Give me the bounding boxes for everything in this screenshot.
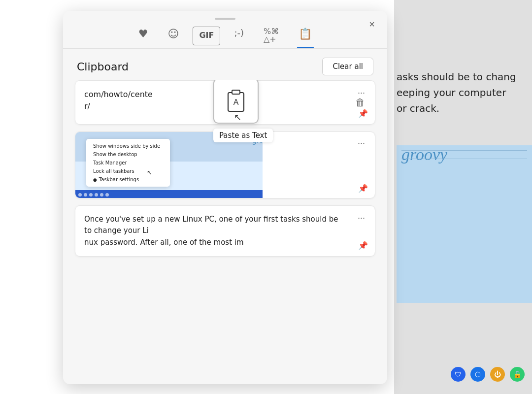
bg-groovy-box: groovy (397, 145, 532, 303)
tab-kaomoji2[interactable]: ;-) (228, 25, 250, 48)
clipboard-text-content: Once you've set up a new Linux PC, one o… (84, 214, 366, 248)
clipboard-a-icon: A (225, 89, 247, 113)
clear-all-button[interactable]: Clear all (322, 58, 373, 75)
usb-icon: ⏻ (490, 367, 505, 382)
cursor: ↖ (234, 113, 241, 122)
bluetooth-icon: ⬡ (470, 367, 485, 382)
tab-kaomoji[interactable]: ♥ (133, 25, 154, 48)
screenshot-pin-button[interactable]: 📌 (358, 184, 368, 193)
bg-groovy-lines (401, 150, 527, 167)
shield-icon: 🛡 (451, 367, 466, 382)
paste-as-text-popup: A ↖ Paste as Text (213, 80, 273, 142)
drag-handle[interactable] (63, 11, 387, 23)
clipboard-item-text[interactable]: Once you've set up a new Linux PC, one o… (75, 205, 375, 257)
close-button[interactable]: × (365, 17, 379, 32)
bg-article-text: asks should be to chang eeping your comp… (397, 69, 532, 116)
url-delete-button[interactable]: 🗑 (352, 96, 368, 109)
tab-bar: ♥ ☺ GIF ;-) %⌘△+ 📋 (63, 23, 387, 49)
clipboard-header: Clipboard Clear all (63, 49, 387, 80)
text-pin-button[interactable]: 📌 (358, 241, 368, 250)
tab-clipboard[interactable]: 📋 (293, 25, 318, 48)
clipboard-panel: × ♥ ☺ GIF ;-) %⌘△+ 📋 Clipboard Clear all (63, 11, 387, 384)
clipboard-items: com/howto/center/ ··· 📌 A ↖ (63, 80, 387, 384)
tab-gif[interactable]: GIF (193, 27, 220, 45)
url-pin-button[interactable]: 📌 (358, 109, 368, 118)
paste-as-text-label: Paste as Text (213, 129, 273, 142)
svg-text:A: A (233, 98, 239, 106)
tab-emoji[interactable]: ☺ (162, 25, 185, 48)
taskbar-area: 🛡 ⬡ ⏻ 🔒 (451, 367, 525, 382)
svg-rect-1 (232, 90, 240, 94)
clipboard-title: Clipboard (77, 61, 129, 73)
screenshot-context-menu: Show windows side by side Show the deskt… (86, 139, 170, 187)
text-more-button[interactable]: ··· (355, 212, 368, 224)
clipboard-item-url[interactable]: com/howto/center/ ··· 📌 A ↖ (75, 80, 375, 125)
screenshot-more-button[interactable]: ··· (355, 137, 368, 149)
lock-icon: 🔒 (510, 367, 525, 382)
tab-symbols[interactable]: %⌘△+ (258, 25, 285, 48)
